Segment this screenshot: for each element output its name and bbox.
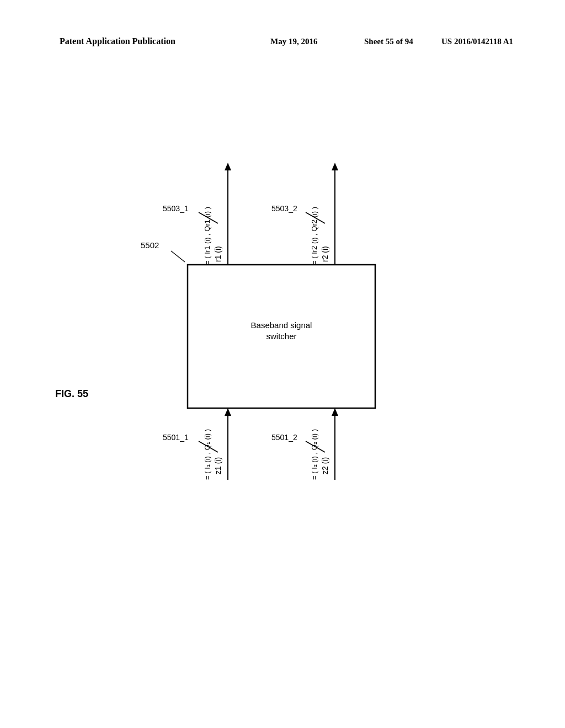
r1-signal-label: r1 (i) bbox=[214, 246, 222, 262]
header-date: May 19, 2016 bbox=[270, 37, 318, 46]
block-id-label: 5502 bbox=[141, 240, 159, 250]
port-5501-1-label: 5501_1 bbox=[163, 433, 189, 442]
baseband-label-line2: switcher bbox=[266, 331, 296, 341]
baseband-label-line1: Baseband signal bbox=[251, 320, 312, 330]
z1-signal-label: z1 (i) bbox=[214, 457, 222, 474]
header-patent: US 2016/0142118 A1 bbox=[441, 37, 513, 46]
r2-signal-label: r2 (i) bbox=[321, 246, 329, 262]
z1-equation-label: = ( I₁ (i) , Q₁ (i) ) bbox=[203, 429, 211, 480]
arrow-z2-head bbox=[332, 408, 338, 416]
port-5503-1-label: 5503_1 bbox=[163, 204, 189, 213]
z2-signal-label: z2 (i) bbox=[321, 457, 329, 474]
header-left: Patent Application Publication bbox=[60, 36, 175, 46]
arrow-z1-head bbox=[225, 408, 231, 416]
figure-label: FIG. 55 bbox=[55, 388, 88, 399]
svg-line-0 bbox=[171, 251, 185, 262]
arrow-r1-head bbox=[225, 163, 231, 170]
z2-equation-label: = ( I₂ (i) , Q₂ (i) ) bbox=[310, 429, 318, 480]
port-5501-2-label: 5501_2 bbox=[271, 433, 297, 442]
arrow-r2-head bbox=[332, 163, 338, 170]
header-sheet: Sheet 55 of 94 bbox=[364, 37, 413, 46]
port-5503-2-label: 5503_2 bbox=[271, 204, 297, 213]
